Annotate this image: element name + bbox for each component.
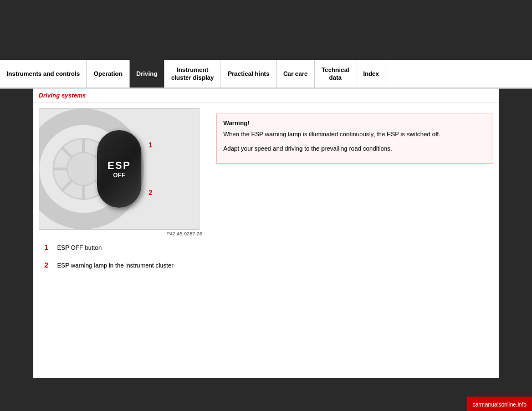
esp-image-container: ESP OFF 1 2 — [39, 108, 200, 230]
nav-item-index[interactable]: Index — [356, 60, 386, 88]
nav-item-technical-data[interactable]: Technicaldata — [315, 60, 356, 88]
esp-button-wrapper: ESP OFF 1 2 — [97, 130, 141, 208]
page-container: Instruments and controls Operation Drivi… — [0, 0, 532, 411]
warning-title: Warning! — [223, 120, 486, 126]
warning-line2: Adapt your speed and driving to the prev… — [223, 144, 486, 154]
item-descriptions: 1 ESP OFF button 2 ESP warning lamp in t… — [39, 238, 205, 284]
warning-line1: When the ESP warning lamp is illuminated… — [223, 130, 486, 140]
item-text-2: ESP warning lamp in the instrument clust… — [57, 261, 173, 270]
image-section: ESP OFF 1 2 P42.45-0287-26 1 ESP OFF but… — [39, 108, 205, 284]
bottom-watermark: carmanualsonline.info — [467, 397, 532, 411]
item-number-1: 1 — [44, 243, 53, 251]
warning-section: Warning! When the ESP warning lamp is il… — [216, 108, 493, 284]
nav-label-instruments: Instruments and controls — [7, 70, 80, 78]
item-desc-2: 2 ESP warning lamp in the instrument clu… — [44, 261, 200, 270]
nav-label-car-care: Car care — [283, 70, 308, 78]
number-label-2: 2 — [149, 189, 152, 197]
nav-label-practical-hints: Practical hints — [228, 70, 269, 78]
nav-item-instrument-cluster[interactable]: Instrumentcluster display — [165, 60, 221, 88]
nav-item-instruments[interactable]: Instruments and controls — [0, 60, 87, 88]
main-content: ESP OFF 1 2 P42.45-0287-26 1 ESP OFF but… — [33, 102, 499, 289]
warning-text: When the ESP warning lamp is illuminated… — [223, 130, 486, 153]
nav-item-driving[interactable]: Driving — [130, 60, 165, 88]
nav-label-technical-data: Technicaldata — [321, 66, 349, 82]
content-area: Driving systems — [33, 89, 499, 378]
item-number-2: 2 — [44, 261, 53, 269]
nav-label-operation: Operation — [94, 70, 122, 78]
svg-point-2 — [67, 152, 100, 185]
nav-label-instrument-cluster: Instrumentcluster display — [171, 66, 214, 82]
nav-item-practical-hints[interactable]: Practical hints — [221, 60, 277, 88]
item-desc-1: 1 ESP OFF button — [44, 243, 200, 253]
esp-button-text: ESP — [108, 160, 131, 172]
nav-label-driving: Driving — [136, 70, 157, 78]
number-label-1: 1 — [149, 141, 152, 149]
esp-button-visual: ESP OFF 1 2 — [97, 130, 141, 208]
item-text-1: ESP OFF button — [57, 243, 102, 253]
watermark-text: carmanualsonline.info — [473, 402, 526, 408]
nav-item-operation[interactable]: Operation — [87, 60, 130, 88]
nav-label-index: Index — [363, 70, 379, 78]
nav-item-car-care[interactable]: Car care — [277, 60, 315, 88]
nav-bar: Instruments and controls Operation Drivi… — [0, 60, 532, 89]
esp-off-text: OFF — [113, 172, 125, 178]
section-title: Driving systems — [33, 89, 499, 102]
image-caption: P42.45-0287-26 — [39, 230, 205, 238]
warning-box: Warning! When the ESP warning lamp is il… — [216, 114, 493, 164]
